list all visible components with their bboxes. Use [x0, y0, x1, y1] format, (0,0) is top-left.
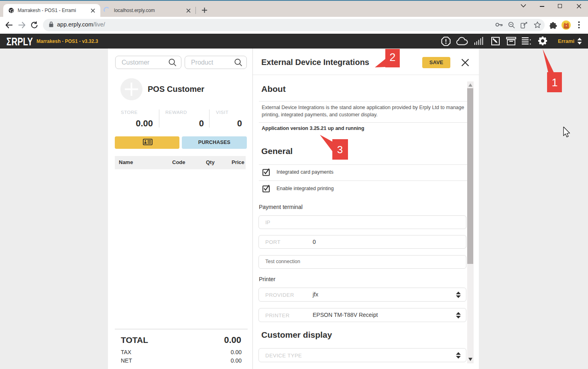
svg-text:1: 1 — [551, 77, 557, 89]
svg-text:3: 3 — [337, 144, 343, 156]
svg-text:2: 2 — [389, 51, 395, 63]
